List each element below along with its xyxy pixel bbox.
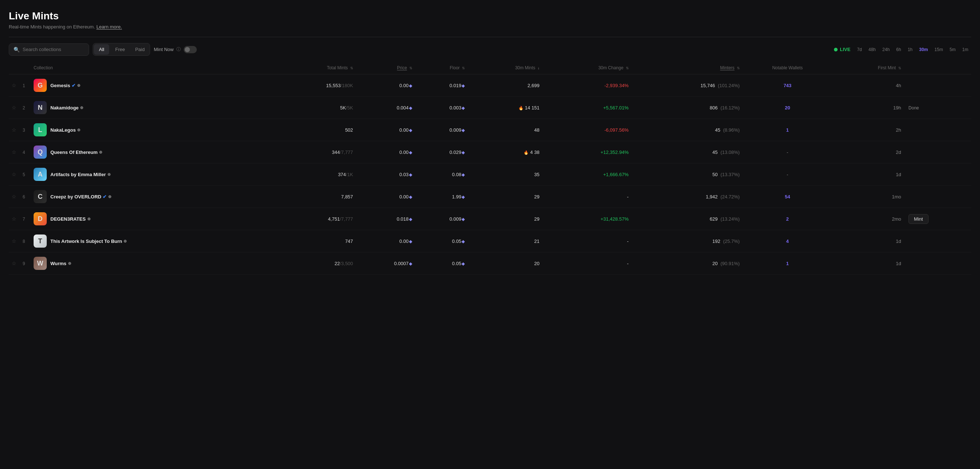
table-row: ☆ 8 T This Artwork Is Subject To Burn ⊕ …	[9, 230, 971, 252]
collection-thumb-8: W	[33, 257, 47, 270]
time-48h[interactable]: 48h	[866, 45, 879, 54]
star-button-0[interactable]: ☆	[12, 82, 16, 88]
minters-cell-4: 50 (13.37%)	[632, 163, 743, 185]
filter-free-button[interactable]: Free	[110, 43, 130, 55]
mint-now-toggle[interactable]	[184, 46, 197, 53]
time-6h[interactable]: 6h	[894, 45, 904, 54]
th-first-mint[interactable]: First Mint ⇅	[832, 62, 904, 74]
time-5m[interactable]: 5m	[947, 45, 959, 54]
change-30m-cell-4: +1,666.67%	[542, 163, 631, 185]
total-mints-cell-3: 344/7,777	[275, 141, 356, 163]
th-rank	[20, 62, 31, 74]
th-notable-wallets[interactable]: Notable Wallets	[743, 62, 832, 74]
verified-icon: ✔	[72, 83, 76, 88]
rank-cell-4: 5	[20, 163, 31, 185]
time-30m[interactable]: 30m	[916, 45, 931, 54]
collection-thumb-6: D	[33, 212, 47, 225]
time-15m[interactable]: 15m	[931, 45, 946, 54]
total-mints-cell-8: 22/3,500	[275, 252, 356, 275]
star-button-1[interactable]: ☆	[12, 105, 16, 111]
rank-cell-0: 1	[20, 74, 31, 97]
star-button-2[interactable]: ☆	[12, 127, 16, 133]
time-7d[interactable]: 7d	[854, 45, 865, 54]
star-button-8[interactable]: ☆	[12, 260, 16, 266]
star-button-4[interactable]: ☆	[12, 171, 16, 177]
first-mint-cell-1: 19h	[832, 97, 904, 119]
th-total-mints[interactable]: Total Mints ⇅	[275, 62, 356, 74]
search-box: 🔍	[9, 43, 89, 56]
th-30m-change[interactable]: 30m Change ⇅	[542, 62, 631, 74]
mints-30m-cell-0: 2,699	[468, 74, 542, 97]
star-button-5[interactable]: ☆	[12, 194, 16, 200]
star-cell-7: ☆	[9, 230, 20, 252]
time-1h[interactable]: 1h	[905, 45, 915, 54]
collection-name-6: DEGEN3RATES ⊕	[50, 216, 91, 222]
time-filters: 7d 48h 24h 6h 1h 30m 15m 5m 1m	[854, 45, 971, 54]
star-cell-4: ☆	[9, 163, 20, 185]
profile-icon-5: ⊕	[108, 194, 111, 199]
collection-cell-2: L NakaLegos ⊕	[31, 119, 275, 141]
time-1m[interactable]: 1m	[959, 45, 971, 54]
collection-cell-6: D DEGEN3RATES ⊕	[31, 208, 275, 230]
price-cell-2: 0.00◆	[356, 119, 415, 141]
first-mint-cell-8: 1d	[832, 252, 904, 275]
mint-now-label: Mint Now	[154, 47, 173, 52]
table-row: ☆ 7 D DEGEN3RATES ⊕ 4,751/7,777 0.018◆ 0…	[9, 208, 971, 230]
change-30m-cell-2: -6,097.56%	[542, 119, 631, 141]
collection-thumb-3: Q	[33, 146, 47, 158]
search-icon: 🔍	[14, 47, 20, 52]
search-input[interactable]	[23, 47, 84, 52]
mints-30m-cell-7: 21	[468, 230, 542, 252]
price-cell-7: 0.00◆	[356, 230, 415, 252]
minters-cell-2: 45 (8.96%)	[632, 119, 743, 141]
table-row: ☆ 1 G Gemesis ✔ ⊕ 15,553/180K 0.00◆ 0.01…	[9, 74, 971, 97]
collection-thumb-4: A	[33, 168, 47, 181]
total-mints-cell-4: 374/1K	[275, 163, 356, 185]
price-cell-3: 0.00◆	[356, 141, 415, 163]
collection-cell-3: Q Queens Of Ethereum ⊕	[31, 141, 275, 163]
minters-cell-1: 806 (16.12%)	[632, 97, 743, 119]
star-button-6[interactable]: ☆	[12, 216, 16, 222]
header-divider	[9, 37, 971, 37]
info-icon[interactable]: ⓘ	[177, 46, 181, 52]
learn-more-link[interactable]: Learn more.	[96, 24, 122, 30]
star-button-3[interactable]: ☆	[12, 149, 16, 155]
page-title: Live Mints	[9, 10, 971, 22]
profile-icon-8: ⊕	[68, 261, 71, 266]
collection-name-2: NakaLegos ⊕	[50, 127, 80, 133]
minters-cell-7: 192 (25.7%)	[632, 230, 743, 252]
collection-name-0: Gemesis ✔ ⊕	[50, 83, 80, 88]
th-price[interactable]: Price ⇅	[356, 62, 415, 74]
table-row: ☆ 6 C Creepz by OVERLORD ✔ ⊕ 7,857 0.00◆…	[9, 185, 971, 208]
collection-name-5: Creepz by OVERLORD ✔ ⊕	[50, 194, 111, 200]
rank-cell-8: 9	[20, 252, 31, 275]
price-cell-5: 0.00◆	[356, 185, 415, 208]
th-floor[interactable]: Floor ⇅	[415, 62, 468, 74]
notable-cell-1: 20	[743, 97, 832, 119]
filter-paid-button[interactable]: Paid	[130, 43, 150, 55]
live-indicator: LIVE	[834, 47, 850, 52]
collection-name-1: Nakamidoge ⊕	[50, 105, 83, 111]
th-collection: Collection	[31, 62, 275, 74]
profile-icon-0: ⊕	[77, 83, 80, 88]
table-row: ☆ 2 N Nakamidoge ⊕ 5K/5K 0.004◆ 0.003◆ 🔥…	[9, 97, 971, 119]
collection-name-7: This Artwork Is Subject To Burn ⊕	[50, 239, 127, 244]
price-cell-0: 0.00◆	[356, 74, 415, 97]
collection-name-4: Artifacts by Emma Miller ⊕	[50, 172, 111, 177]
collection-thumb-0: G	[33, 79, 47, 92]
star-cell-6: ☆	[9, 208, 20, 230]
price-cell-4: 0.03◆	[356, 163, 415, 185]
rank-cell-6: 7	[20, 208, 31, 230]
th-minters[interactable]: Minters ⇅	[632, 62, 743, 74]
total-mints-cell-2: 502	[275, 119, 356, 141]
mint-button-6[interactable]: Mint	[908, 214, 929, 224]
star-button-7[interactable]: ☆	[12, 238, 16, 244]
rank-cell-3: 4	[20, 141, 31, 163]
time-24h[interactable]: 24h	[880, 45, 893, 54]
total-mints-cell-6: 4,751/7,777	[275, 208, 356, 230]
notable-cell-0: 743	[743, 74, 832, 97]
notable-cell-6: 2	[743, 208, 832, 230]
filter-all-button[interactable]: All	[94, 44, 109, 55]
th-30m-mints[interactable]: 30m Mints ↓	[468, 62, 542, 74]
collection-thumb-7: T	[33, 234, 47, 248]
